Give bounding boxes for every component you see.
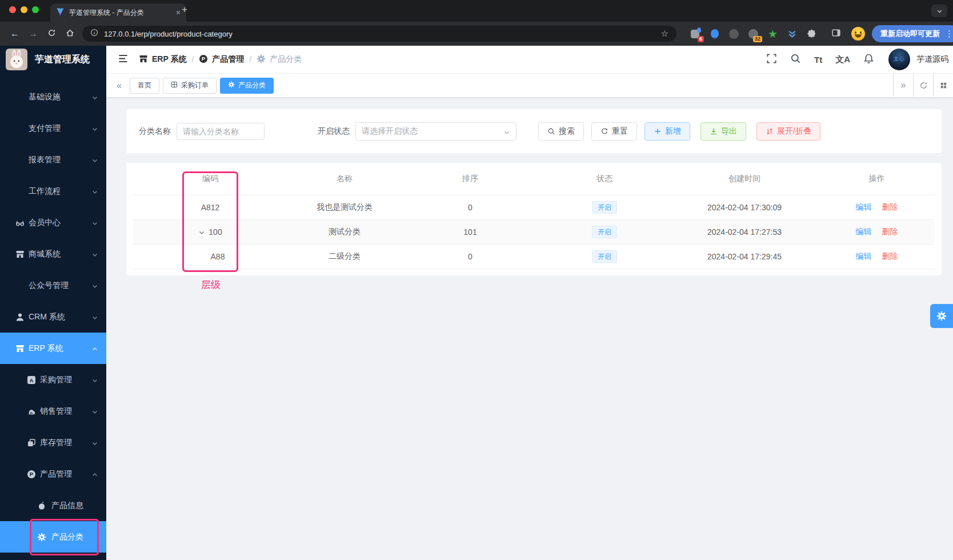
side-panel-icon[interactable] bbox=[831, 28, 841, 40]
gear-icon bbox=[228, 81, 235, 90]
sidebar-item-会员中心[interactable]: 会员中心 bbox=[0, 207, 106, 238]
scroll-left-icon[interactable] bbox=[117, 81, 122, 91]
cell-code: A812 bbox=[133, 203, 287, 212]
edit-link[interactable]: 编辑 bbox=[856, 251, 872, 261]
browser-tabstrip: 芋道管理系统 - 产品分类 bbox=[0, 0, 953, 22]
sidebar-item-label: 商城系统 bbox=[29, 249, 61, 259]
window-minimize-button[interactable] bbox=[21, 6, 27, 13]
tab-search-button[interactable] bbox=[931, 5, 947, 17]
breadcrumb-item-ERP 系统[interactable]: ERP 系统 bbox=[139, 54, 186, 65]
category-table: 编码名称排序状态创建时间操作 A812我也是测试分类0开启2024-02-04 … bbox=[126, 163, 942, 275]
reset-button-label: 重置 bbox=[612, 126, 628, 137]
refresh-page-icon[interactable] bbox=[913, 74, 933, 97]
sidebar-item-报表管理[interactable]: 报表管理 bbox=[0, 144, 106, 175]
profile-avatar[interactable] bbox=[851, 27, 865, 41]
export-button[interactable]: 导出 bbox=[700, 122, 746, 141]
sidebar-item-采购管理[interactable]: A采购管理 bbox=[0, 364, 106, 395]
sidebar-item-库存管理[interactable]: 库存管理 bbox=[0, 427, 106, 458]
export-button-label: 导出 bbox=[721, 126, 737, 137]
sidebar-item-产品信息[interactable]: 产品信息 bbox=[0, 490, 106, 521]
expand-collapse-button[interactable]: 展开/折叠 bbox=[756, 122, 820, 141]
extension-counter-icon[interactable]: 32 bbox=[747, 28, 759, 40]
edit-link[interactable]: 编辑 bbox=[856, 227, 872, 236]
forward-button[interactable] bbox=[24, 29, 42, 39]
cell-code: 100 bbox=[133, 227, 287, 237]
layout-grid-icon[interactable] bbox=[933, 74, 953, 97]
sidebar-item-CRM 系统[interactable]: CRM 系统 bbox=[0, 301, 106, 333]
reload-button[interactable] bbox=[42, 29, 61, 39]
tab-close-icon[interactable] bbox=[176, 9, 181, 17]
apple-icon bbox=[37, 501, 46, 510]
extensions-puzzle-icon[interactable] bbox=[806, 28, 818, 40]
delete-link[interactable]: 删除 bbox=[882, 251, 898, 261]
sidebar-item-工作流程[interactable]: 工作流程 bbox=[0, 175, 106, 207]
site-info-icon[interactable] bbox=[90, 29, 98, 39]
app-header: ERP 系统P产品管理产品分类 Tt 文A 文心 芋道源码 bbox=[106, 46, 953, 74]
shop-icon bbox=[15, 250, 25, 259]
browser-tab[interactable]: 芋道管理系统 - 产品分类 bbox=[50, 3, 186, 22]
sidebar-item-产品分类[interactable]: 产品分类 bbox=[0, 521, 106, 553]
table-body: A812我也是测试分类0开启2024-02-04 17:30:09编辑删除100… bbox=[133, 195, 935, 269]
address-bar[interactable]: 127.0.0.1/erp/product/product-category bbox=[82, 26, 676, 42]
extension-blocks-icon[interactable]: 6 bbox=[689, 28, 701, 40]
window-controls bbox=[9, 6, 39, 13]
extension-balloon-icon[interactable] bbox=[708, 28, 720, 40]
scroll-right-icon[interactable] bbox=[893, 74, 913, 97]
collapse-menu-icon[interactable] bbox=[118, 53, 129, 66]
sidebar-item-ERP 系统[interactable]: ERP 系统 bbox=[0, 333, 106, 364]
add-button[interactable]: 新增 bbox=[644, 122, 690, 141]
edit-link[interactable]: 编辑 bbox=[856, 202, 872, 211]
sidebar-item-支付管理[interactable]: 支付管理 bbox=[0, 113, 106, 144]
page-content: 分类名称 开启状态 请选择开启状态 搜索 重置 bbox=[106, 98, 953, 560]
delete-link[interactable]: 删除 bbox=[882, 227, 898, 236]
column-header-创建时间: 创建时间 bbox=[670, 174, 819, 184]
sidebar-item-label: 支付管理 bbox=[29, 123, 61, 134]
extension-star-icon[interactable] bbox=[767, 28, 779, 40]
category-name-input[interactable] bbox=[177, 123, 265, 140]
p-circle-icon: P bbox=[199, 54, 208, 65]
extension-chevrons-icon[interactable] bbox=[786, 28, 798, 40]
chevron-down-icon bbox=[91, 439, 98, 446]
relaunch-update-button[interactable]: 重新启动即可更新 bbox=[872, 25, 953, 42]
status-select[interactable]: 请选择开启状态 bbox=[355, 122, 516, 141]
extension-circle-icon[interactable] bbox=[728, 28, 740, 40]
font-size-icon[interactable]: Tt bbox=[814, 55, 822, 65]
fullscreen-icon[interactable] bbox=[766, 53, 777, 66]
page-tab-采购订单[interactable]: 采购订单 bbox=[163, 78, 217, 94]
sidebar-item-商城系统[interactable]: 商城系统 bbox=[0, 238, 106, 270]
page-tab-首页[interactable]: 首页 bbox=[130, 78, 159, 94]
search-icon[interactable] bbox=[790, 53, 801, 66]
username[interactable]: 芋道源码 bbox=[916, 54, 948, 65]
sidebar-item-销售管理[interactable]: 销售管理 bbox=[0, 395, 106, 427]
bookmark-star-icon[interactable] bbox=[661, 29, 668, 39]
search-button[interactable]: 搜索 bbox=[538, 122, 584, 141]
breadcrumb-item-产品管理[interactable]: P产品管理 bbox=[199, 54, 244, 65]
chevron-down-icon bbox=[91, 314, 98, 321]
expand-row-icon[interactable] bbox=[198, 229, 205, 235]
breadcrumb-item-产品分类[interactable]: 产品分类 bbox=[257, 54, 302, 65]
sidebar-item-产品管理[interactable]: P产品管理 bbox=[0, 458, 106, 490]
browser-menu-icon[interactable] bbox=[945, 29, 953, 39]
breadcrumb-label: 产品分类 bbox=[270, 54, 302, 65]
window-zoom-button[interactable] bbox=[32, 6, 39, 13]
app-title: 芋道管理系统 bbox=[35, 54, 90, 66]
url-text: 127.0.0.1/erp/product/product-category bbox=[104, 30, 655, 38]
back-button[interactable] bbox=[6, 29, 24, 39]
sidebar-item-公众号管理[interactable]: 公众号管理 bbox=[0, 270, 106, 301]
new-tab-button[interactable] bbox=[182, 4, 187, 15]
sidebar-item-基础设施[interactable]: 基础设施 bbox=[0, 81, 106, 113]
user-avatar[interactable]: 文心 bbox=[888, 49, 910, 70]
reset-button[interactable]: 重置 bbox=[591, 122, 637, 141]
notification-bell-icon[interactable] bbox=[863, 53, 874, 66]
delete-link[interactable]: 删除 bbox=[882, 202, 898, 211]
home-button[interactable] bbox=[61, 29, 79, 39]
cell-status: 开启 bbox=[539, 201, 670, 214]
theme-settings-button[interactable] bbox=[930, 304, 953, 328]
table-row: 100测试分类101开启2024-02-04 17:27:53编辑删除 bbox=[133, 220, 935, 245]
gear-icon bbox=[257, 54, 266, 65]
chevron-down-icon bbox=[91, 188, 98, 195]
page-tab-产品分类[interactable]: 产品分类 bbox=[220, 78, 274, 94]
extension-badge: 6 bbox=[698, 36, 704, 42]
language-icon[interactable]: 文A bbox=[835, 54, 850, 65]
window-close-button[interactable] bbox=[9, 6, 16, 13]
